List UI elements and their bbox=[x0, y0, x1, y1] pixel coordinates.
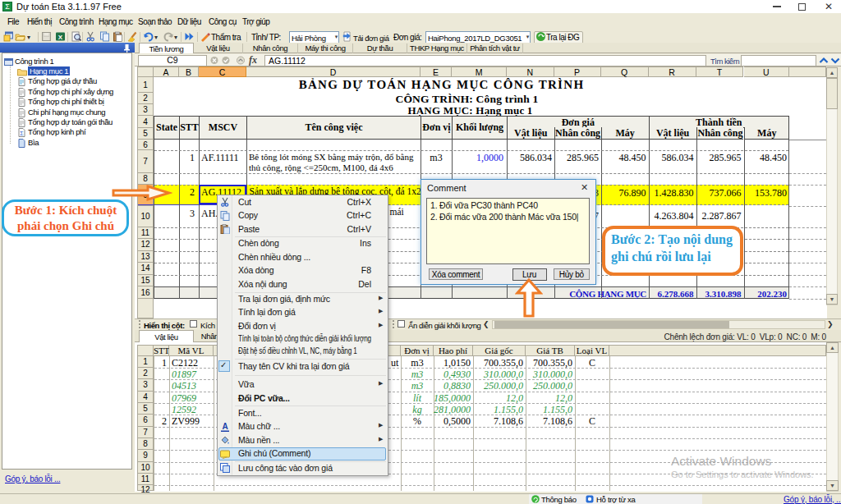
svg-text:Σ: Σ bbox=[20, 131, 24, 136]
svg-text:X: X bbox=[58, 34, 63, 41]
svg-text:A: A bbox=[222, 422, 227, 431]
